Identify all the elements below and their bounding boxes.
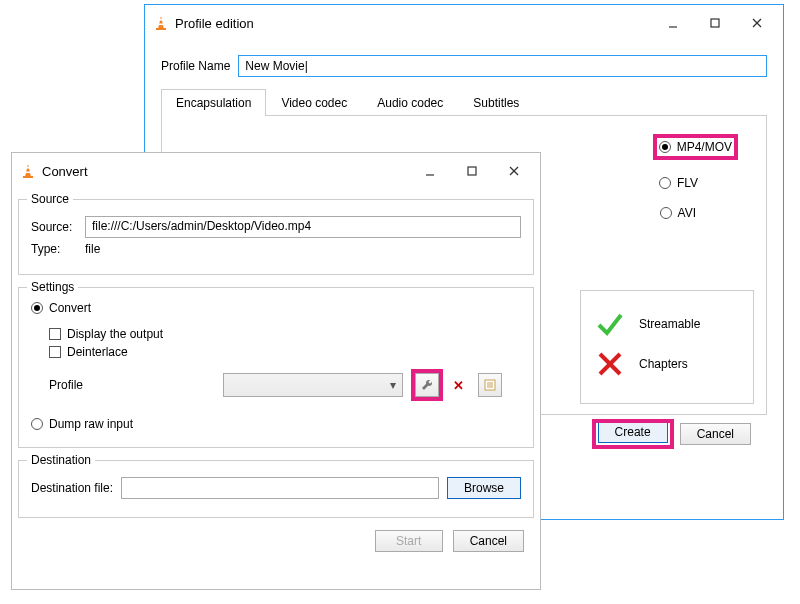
maximize-button[interactable] <box>697 11 733 35</box>
profile-label: Profile <box>49 378 109 392</box>
profile-tabs: Encapsulation Video codec Audio codec Su… <box>161 89 767 116</box>
check-icon <box>595 309 625 339</box>
svg-marker-10 <box>25 164 31 177</box>
svg-rect-12 <box>25 172 31 174</box>
close-button[interactable] <box>496 159 532 183</box>
radio-avi[interactable]: AVI <box>660 206 696 220</box>
status-chapters: Chapters <box>595 349 739 379</box>
tab-audio-codec[interactable]: Audio codec <box>362 89 458 116</box>
profile-title: Profile edition <box>175 16 254 31</box>
convert-titlebar: Convert <box>12 153 540 189</box>
wrench-icon <box>420 378 434 392</box>
highlight-wrench <box>415 373 439 397</box>
destination-input[interactable] <box>121 477 439 499</box>
radio-flv[interactable]: FLV <box>659 176 698 190</box>
source-input[interactable]: file:///C:/Users/admin/Desktop/Video.mp4 <box>85 216 521 238</box>
profile-titlebar: Profile edition <box>145 5 783 41</box>
new-icon <box>483 378 497 392</box>
chevron-down-icon: ▾ <box>384 378 402 392</box>
source-label: Source: <box>31 220 77 234</box>
check-display-output[interactable]: Display the output <box>49 327 163 341</box>
minimize-button[interactable] <box>655 11 691 35</box>
delete-profile-button[interactable]: ✕ <box>453 378 464 393</box>
create-button[interactable]: Create <box>598 421 668 443</box>
svg-rect-3 <box>156 28 166 30</box>
tab-video-codec[interactable]: Video codec <box>266 89 362 116</box>
close-button[interactable] <box>739 11 775 35</box>
type-value: file <box>85 242 100 256</box>
convert-title: Convert <box>42 164 88 179</box>
profile-dropdown[interactable]: ▾ <box>223 373 403 397</box>
vlc-icon <box>153 15 169 31</box>
type-label: Type: <box>31 242 77 256</box>
svg-rect-11 <box>26 167 30 169</box>
radio-convert[interactable]: Convert <box>31 301 91 315</box>
browse-button[interactable]: Browse <box>447 477 521 499</box>
cancel-button-profile[interactable]: Cancel <box>680 423 751 445</box>
svg-rect-1 <box>159 19 163 21</box>
highlight-mp4: MP4/MOV <box>653 134 738 160</box>
tab-encapsulation[interactable]: Encapsulation <box>161 89 266 116</box>
vlc-icon <box>20 163 36 179</box>
profile-name-label: Profile Name <box>161 59 230 73</box>
new-profile-button[interactable] <box>478 373 502 397</box>
tab-subtitles[interactable]: Subtitles <box>458 89 534 116</box>
svg-marker-0 <box>158 16 164 29</box>
cross-icon <box>595 349 625 379</box>
profile-name-input[interactable]: New Movie <box>238 55 767 77</box>
minimize-button[interactable] <box>412 159 448 183</box>
cancel-button-convert[interactable]: Cancel <box>453 530 524 552</box>
highlight-create: Create <box>596 423 670 445</box>
check-deinterlace[interactable]: Deinterlace <box>49 345 128 359</box>
radio-mp4-mov[interactable]: MP4/MOV <box>659 140 732 154</box>
svg-rect-5 <box>711 19 719 27</box>
destination-label: Destination file: <box>31 481 113 495</box>
maximize-button[interactable] <box>454 159 490 183</box>
radio-dump-raw[interactable]: Dump raw input <box>31 417 133 431</box>
svg-rect-2 <box>158 24 164 26</box>
convert-window: Convert Source Source: file:///C:/Users/… <box>11 152 541 590</box>
destination-group: Destination Destination file: Browse <box>18 460 534 518</box>
edit-profile-button[interactable] <box>415 373 439 397</box>
settings-group: Settings Convert Display the output Dein… <box>18 287 534 448</box>
start-button[interactable]: Start <box>375 530 443 552</box>
svg-rect-15 <box>468 167 476 175</box>
source-group: Source Source: file:///C:/Users/admin/De… <box>18 199 534 275</box>
svg-rect-13 <box>23 176 33 178</box>
status-streamable: Streamable <box>595 309 739 339</box>
